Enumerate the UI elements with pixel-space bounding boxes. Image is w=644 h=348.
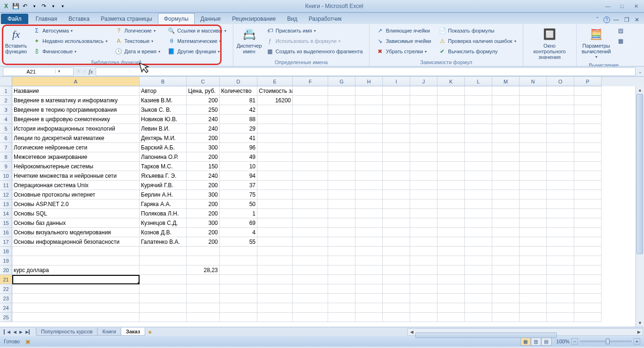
- row-header-9[interactable]: 9: [0, 162, 12, 171]
- cell-P9[interactable]: [574, 162, 602, 171]
- cell-C15[interactable]: 300: [187, 218, 220, 228]
- cell-P4[interactable]: [574, 115, 602, 124]
- cell-E22[interactable]: [257, 284, 293, 294]
- cell-N7[interactable]: [520, 143, 547, 152]
- cell-F9[interactable]: [293, 162, 328, 171]
- row-header-23[interactable]: 23: [0, 294, 12, 303]
- cell-F12[interactable]: [293, 190, 328, 199]
- row-header-6[interactable]: 6: [0, 133, 12, 143]
- row-header-17[interactable]: 17: [0, 237, 12, 247]
- cell-N24[interactable]: [520, 303, 547, 313]
- row-header-8[interactable]: 8: [0, 152, 12, 162]
- cell-E12[interactable]: [257, 190, 293, 199]
- error-checking-button[interactable]: ⚠Проверка наличия ошибок▾: [437, 36, 518, 46]
- col-header-N[interactable]: N: [520, 77, 547, 86]
- qat-custom-icon[interactable]: ▼: [58, 2, 67, 10]
- cell-H13[interactable]: [355, 199, 383, 209]
- cell-D9[interactable]: 10: [220, 162, 257, 171]
- more-functions-button[interactable]: 📘Другие функции▾: [166, 47, 228, 56]
- cell-B22[interactable]: [140, 284, 187, 294]
- cell-D7[interactable]: 96: [220, 143, 257, 152]
- cell-F15[interactable]: [293, 218, 328, 228]
- cell-K11[interactable]: [438, 181, 465, 190]
- cell-O21[interactable]: [547, 275, 574, 284]
- cell-H11[interactable]: [355, 181, 383, 190]
- cell-I12[interactable]: [383, 190, 410, 199]
- cell-B7[interactable]: Барский А.Б.: [140, 143, 187, 152]
- cell-N19[interactable]: [520, 256, 547, 265]
- cell-K3[interactable]: [438, 105, 465, 115]
- cell-N22[interactable]: [520, 284, 547, 294]
- tab-formulas[interactable]: Формулы: [158, 13, 195, 24]
- cell-N11[interactable]: [520, 181, 547, 190]
- cell-I8[interactable]: [383, 152, 410, 162]
- text-button[interactable]: AТекстовые▾: [113, 36, 162, 46]
- cell-B9[interactable]: Тарков М.С.: [140, 162, 187, 171]
- cell-I18[interactable]: [383, 247, 410, 256]
- cell-C4[interactable]: 240: [187, 115, 220, 124]
- cell-K20[interactable]: [438, 265, 465, 275]
- cell-M14[interactable]: [492, 209, 520, 218]
- cell-D18[interactable]: [220, 247, 257, 256]
- cell-C12[interactable]: 300: [187, 190, 220, 199]
- cell-G12[interactable]: [328, 190, 355, 199]
- cell-H25[interactable]: [355, 313, 383, 322]
- scroll-left-icon[interactable]: ◀: [408, 330, 415, 334]
- autosum-button[interactable]: ΣАвтосумма▾: [31, 26, 109, 35]
- cell-J16[interactable]: [410, 228, 438, 237]
- name-box-input[interactable]: [3, 69, 55, 75]
- cell-O2[interactable]: [547, 96, 574, 105]
- cell-C11[interactable]: 200: [187, 181, 220, 190]
- tab-developer[interactable]: Разработчик: [303, 14, 347, 24]
- cell-L22[interactable]: [465, 284, 492, 294]
- scroll-up-icon[interactable]: ▲: [636, 86, 644, 94]
- cell-A3[interactable]: Введение в теорию программирования: [12, 105, 140, 115]
- cell-N13[interactable]: [520, 199, 547, 209]
- cell-B12[interactable]: Берлин А.Н.: [140, 190, 187, 199]
- cell-E24[interactable]: [257, 303, 293, 313]
- cell-J22[interactable]: [410, 284, 438, 294]
- cell-H16[interactable]: [355, 228, 383, 237]
- cell-E8[interactable]: [257, 152, 293, 162]
- cell-J17[interactable]: [410, 237, 438, 247]
- cell-D8[interactable]: 49: [220, 152, 257, 162]
- cell-I21[interactable]: [383, 275, 410, 284]
- cell-E13[interactable]: [257, 199, 293, 209]
- cell-M22[interactable]: [492, 284, 520, 294]
- horizontal-scrollbar[interactable]: ◀ ▶: [407, 328, 643, 336]
- cell-N17[interactable]: [520, 237, 547, 247]
- cell-G15[interactable]: [328, 218, 355, 228]
- cell-C3[interactable]: 250: [187, 105, 220, 115]
- cell-J15[interactable]: [410, 218, 438, 228]
- cell-N18[interactable]: [520, 247, 547, 256]
- cell-G11[interactable]: [328, 181, 355, 190]
- cell-D17[interactable]: 55: [220, 237, 257, 247]
- cell-O17[interactable]: [547, 237, 574, 247]
- cell-G1[interactable]: [328, 86, 355, 96]
- cell-A7[interactable]: Логические нейронные сети: [12, 143, 140, 152]
- cell-D22[interactable]: [220, 284, 257, 294]
- cell-K5[interactable]: [438, 124, 465, 133]
- cell-O25[interactable]: [547, 313, 574, 322]
- cell-K13[interactable]: [438, 199, 465, 209]
- cell-O11[interactable]: [547, 181, 574, 190]
- row-header-13[interactable]: 13: [0, 199, 12, 209]
- cell-J20[interactable]: [410, 265, 438, 275]
- cell-F10[interactable]: [293, 171, 328, 181]
- cell-J23[interactable]: [410, 294, 438, 303]
- cell-H4[interactable]: [355, 115, 383, 124]
- col-header-G[interactable]: G: [328, 77, 355, 86]
- cell-M16[interactable]: [492, 228, 520, 237]
- cell-P5[interactable]: [574, 124, 602, 133]
- cell-F19[interactable]: [293, 256, 328, 265]
- zoom-handle[interactable]: [606, 339, 610, 344]
- cell-I19[interactable]: [383, 256, 410, 265]
- row-header-7[interactable]: 7: [0, 143, 12, 152]
- hscroll-thumb[interactable]: [415, 332, 557, 338]
- cell-N8[interactable]: [520, 152, 547, 162]
- row-header-22[interactable]: 22: [0, 284, 12, 294]
- cell-I13[interactable]: [383, 199, 410, 209]
- macro-record-icon[interactable]: ▣: [25, 339, 30, 345]
- cell-M18[interactable]: [492, 247, 520, 256]
- cell-M3[interactable]: [492, 105, 520, 115]
